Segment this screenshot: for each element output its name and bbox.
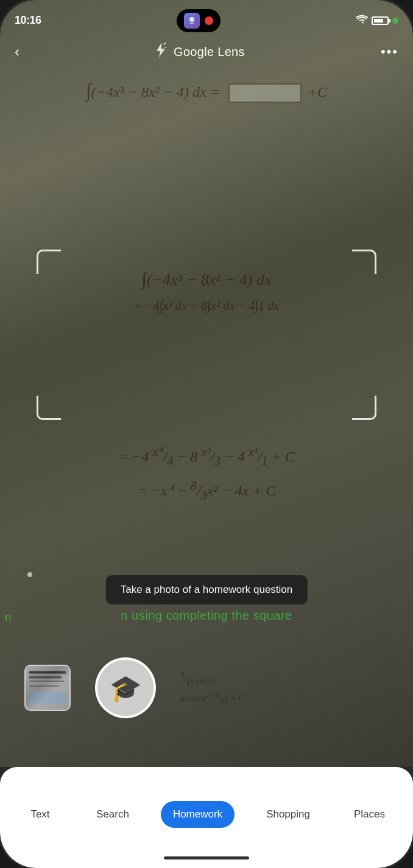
hint-text: Take a photo of a homework question (121, 584, 293, 595)
corner-top-right (352, 250, 376, 274)
dynamic-island (177, 9, 221, 32)
tabs-row: Text Search Homework Shopping Places (0, 767, 413, 856)
camera-view: 10:16 (0, 0, 413, 767)
tab-text[interactable]: Text (16, 801, 65, 828)
phone-screen: 10:16 (0, 0, 413, 868)
status-bar: 10:16 (0, 0, 413, 33)
wifi-icon (356, 15, 368, 26)
svg-line-1 (164, 43, 166, 44)
status-center (177, 9, 221, 32)
hint-tooltip: Take a photo of a homework question (106, 575, 308, 604)
corner-bottom-left (37, 396, 61, 420)
thumbnail-image (26, 666, 69, 710)
more-button[interactable]: ••• (381, 44, 398, 60)
scan-frame (37, 250, 376, 420)
back-button[interactable]: ‹ (15, 43, 19, 60)
status-right (356, 15, 398, 26)
tab-homework[interactable]: Homework (161, 801, 235, 828)
home-indicator (164, 856, 249, 859)
photo-thumbnail[interactable] (24, 665, 71, 711)
partial-visible-text: n using completing the square (0, 609, 413, 623)
corner-top-left (37, 250, 61, 274)
nav-title-area: Google Lens (155, 43, 245, 61)
phone-shell: 10:16 (0, 0, 413, 868)
battery-fill (374, 19, 383, 23)
small-dot-indicator (27, 572, 32, 577)
bottom-tabs: Text Search Homework Shopping Places (0, 767, 413, 868)
math-shutter-area: 1/(x+h)²+ arctan(z+h/k) + C (180, 670, 389, 705)
battery-icon (372, 16, 389, 25)
answer-box (228, 83, 302, 103)
tab-shopping[interactable]: Shopping (254, 801, 322, 828)
tab-search[interactable]: Search (84, 801, 141, 828)
math-below-content: = −4 x⁴/4 − 8 x³/3 − 4 x¹/1 + C = −x⁴ − … (0, 438, 413, 506)
app-icon (184, 13, 200, 29)
math-line-4: = −x⁴ − 8/3x² − 4x + C (0, 479, 413, 502)
camera-controls: 🎓 1/(x+h)²+ arctan(z+h/k) + C (0, 639, 413, 737)
corner-bottom-right (352, 396, 376, 420)
svg-point-0 (189, 17, 194, 22)
math-line-3: = −4 x⁴/4 − 8 x³/3 − 4 x¹/1 + C (0, 444, 413, 468)
tab-places[interactable]: Places (342, 801, 397, 828)
nav-bar: ‹ Google Lens ••• (0, 33, 413, 70)
shutter-button[interactable]: 🎓 (95, 657, 156, 718)
shutter-icon: 🎓 (110, 673, 141, 703)
flash-icon[interactable] (155, 43, 166, 61)
nav-title: Google Lens (174, 45, 245, 59)
green-status-dot (392, 18, 398, 24)
math-top-equation: ∫(−4x³ − 8x² − 4) dx = +C (0, 79, 413, 103)
status-time: 10:16 (15, 14, 41, 27)
record-indicator (205, 16, 213, 25)
